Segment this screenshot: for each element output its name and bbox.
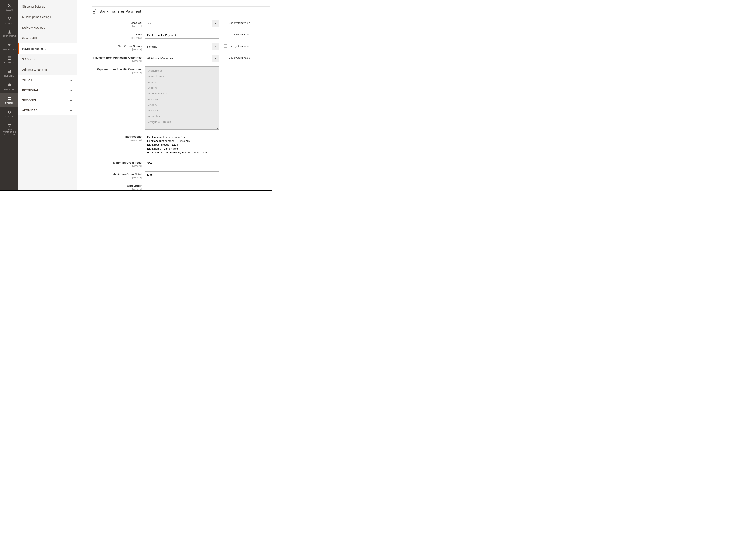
admin-nav: $ SALES CATALOG CUSTOMERS MARKETING CONT… — [0, 0, 18, 190]
dropdown-arrow-icon — [212, 20, 219, 27]
group-label: SERVICES — [22, 99, 36, 102]
country-option[interactable]: Andorra — [145, 96, 219, 102]
menu-multishipping-settings[interactable]: Multishipping Settings — [18, 12, 77, 22]
checkbox-label: Use system value — [228, 44, 250, 48]
instructions-textarea[interactable] — [145, 134, 219, 155]
use-system-value-checkbox[interactable]: Use system value — [224, 44, 250, 48]
field-new-order-status: New Order Status [website] Pending Use s… — [92, 43, 270, 50]
collapse-toggle[interactable] — [92, 9, 96, 14]
svg-rect-1 — [8, 57, 11, 60]
field-applicable-countries: Payment from Applicable Countries [websi… — [92, 55, 270, 62]
group-dotdigital[interactable]: DOTDIGITAL — [18, 85, 77, 95]
chevron-down-icon — [70, 89, 72, 92]
field-label: Maximum Order Total — [92, 173, 141, 176]
nav-label: MARKETING — [3, 48, 15, 50]
field-scope: [store view] — [92, 139, 141, 141]
root-layout: $ SALES CATALOG CUSTOMERS MARKETING CONT… — [0, 0, 272, 190]
svg-rect-5 — [9, 71, 10, 73]
applicable-countries-select[interactable]: All Allowed Countries — [145, 55, 219, 62]
field-scope: [website] — [92, 165, 141, 167]
nav-label: MAGEFAN — [4, 89, 14, 91]
country-option[interactable]: Åland Islands — [145, 74, 219, 79]
field-label: Enabled — [92, 21, 141, 25]
menu-address-cleansing[interactable]: Address Cleansing — [18, 65, 77, 75]
field-label: Instructions — [92, 135, 141, 138]
group-advanced[interactable]: ADVANCED — [18, 105, 77, 115]
nav-stores[interactable]: STORES — [0, 93, 18, 107]
menu-google-api[interactable]: Google API — [18, 33, 77, 43]
chevron-down-icon — [70, 79, 72, 81]
field-label: Payment from Specific Countries — [92, 68, 141, 71]
stack-icon — [7, 123, 11, 127]
max-order-input[interactable] — [145, 171, 219, 178]
group-yotpo[interactable]: YOTPO — [18, 75, 77, 85]
field-scope: [website] — [92, 188, 141, 190]
country-option[interactable]: Algeria — [145, 85, 219, 91]
enabled-select[interactable]: Yes — [145, 20, 219, 27]
cube-icon — [7, 16, 11, 21]
country-option[interactable]: Anguilla — [145, 108, 219, 113]
group-label: DOTDIGITAL — [22, 89, 39, 92]
use-system-value-checkbox[interactable]: Use system value — [224, 56, 250, 59]
title-input[interactable] — [145, 32, 219, 39]
new-order-status-select[interactable]: Pending — [145, 43, 219, 50]
country-option[interactable]: Afghanistan — [145, 68, 219, 74]
nav-magefan[interactable]: MAGEFAN — [0, 80, 18, 93]
main-content: Bank Transfer Payment Enabled [website] … — [77, 0, 272, 190]
nav-system[interactable]: SYSTEM — [0, 107, 18, 120]
group-services[interactable]: SERVICES — [18, 95, 77, 105]
select-value: All Allowed Countries — [145, 57, 212, 60]
nav-label: CONTENT — [4, 62, 14, 64]
svg-point-0 — [9, 30, 10, 32]
field-scope: [website] — [92, 60, 141, 62]
nav-label: CUSTOMERS — [3, 35, 16, 37]
field-max-order-total: Maximum Order Total [website] — [92, 171, 270, 179]
specific-countries-multiselect[interactable]: AfghanistanÅland IslandsAlbaniaAlgeriaAm… — [145, 66, 219, 130]
bars-icon — [7, 69, 11, 74]
checkbox-icon — [224, 33, 227, 36]
field-label: Sort Order — [92, 184, 141, 187]
chevron-down-icon — [70, 109, 72, 112]
chevron-up-icon — [93, 10, 95, 12]
nav-find-partners[interactable]: FIND PARTNERS & EXTENSIONS — [0, 120, 18, 138]
nav-content[interactable]: CONTENT — [0, 53, 18, 66]
sort-order-input[interactable] — [145, 183, 219, 190]
use-system-value-checkbox[interactable]: Use system value — [224, 21, 250, 25]
field-min-order-total: Minimum Order Total [website] — [92, 160, 270, 167]
checkbox-icon — [224, 56, 227, 59]
field-scope: [website] — [92, 25, 141, 27]
checkbox-label: Use system value — [228, 33, 250, 36]
country-option[interactable]: Angola — [145, 102, 219, 108]
nav-sales[interactable]: $ SALES — [0, 0, 18, 14]
country-option[interactable]: Antarctica — [145, 113, 219, 119]
field-enabled: Enabled [website] Yes Use system value — [92, 20, 270, 27]
menu-payment-methods[interactable]: Payment Methods — [18, 43, 77, 54]
nav-catalog[interactable]: CATALOG — [0, 14, 18, 27]
field-scope: [website] — [92, 71, 141, 74]
group-label: YOTPO — [22, 78, 32, 81]
menu-shipping-settings[interactable]: Shipping Settings — [18, 1, 77, 12]
country-option[interactable]: Antigua & Barbuda — [145, 119, 219, 125]
checkbox-icon — [224, 21, 227, 25]
menu-delivery-methods[interactable]: Delivery Methods — [18, 22, 77, 33]
gear-icon — [7, 110, 11, 114]
min-order-input[interactable] — [145, 160, 219, 167]
dropdown-arrow-icon — [212, 43, 219, 50]
layout-icon — [7, 56, 11, 60]
country-option[interactable]: American Samoa — [145, 91, 219, 96]
checkbox-icon — [224, 44, 227, 48]
nav-label: CATALOG — [4, 22, 14, 25]
nav-reports[interactable]: REPORTS — [0, 66, 18, 80]
nav-marketing[interactable]: MARKETING — [0, 40, 18, 53]
nav-label: FIND PARTNERS & EXTENSIONS — [1, 129, 18, 136]
nav-customers[interactable]: CUSTOMERS — [0, 27, 18, 40]
menu-3d-secure[interactable]: 3D Secure — [18, 54, 77, 65]
use-system-value-checkbox[interactable]: Use system value — [224, 33, 250, 36]
select-value: Pending — [145, 45, 212, 48]
country-option[interactable]: Albania — [145, 79, 219, 85]
field-scope: [store view] — [92, 36, 141, 39]
megaphone-icon — [7, 43, 11, 47]
field-scope: [website] — [92, 48, 141, 50]
field-title: Title [store view] Use system value — [92, 32, 270, 39]
dropdown-arrow-icon — [212, 55, 219, 62]
